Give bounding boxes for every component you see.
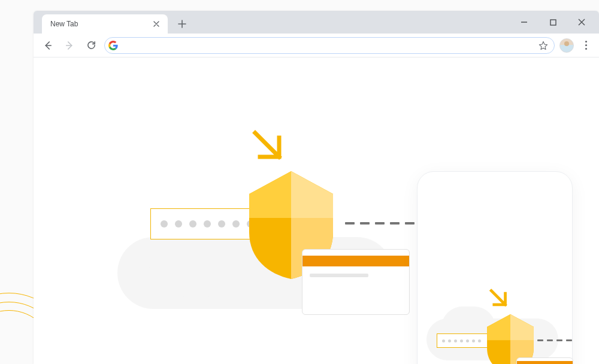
shield-icon [480, 311, 540, 364]
page-content [34, 57, 599, 364]
forward-button[interactable] [61, 37, 78, 54]
tab-new-tab[interactable]: New Tab [42, 14, 168, 34]
window-controls [516, 11, 595, 34]
url-input[interactable] [122, 41, 534, 50]
bookmark-star-icon[interactable] [537, 40, 549, 51]
arrow-down-right-icon [488, 289, 510, 311]
close-window-button[interactable] [574, 14, 589, 30]
profile-avatar[interactable] [559, 38, 574, 53]
minimize-button[interactable] [516, 14, 532, 30]
svg-rect-0 [550, 20, 556, 25]
menu-button[interactable] [579, 38, 593, 53]
google-icon [108, 41, 118, 50]
credit-card-graphic [302, 249, 410, 315]
connection-dashes [537, 339, 572, 341]
arrow-down-right-icon [250, 129, 286, 166]
browser-window: New Tab [34, 11, 599, 364]
reload-button[interactable] [83, 37, 99, 54]
tab-title: New Tab [50, 20, 151, 28]
new-tab-button[interactable] [174, 16, 190, 32]
maximize-button[interactable] [545, 14, 561, 30]
connection-dashes [345, 222, 415, 225]
phone-frame [417, 171, 573, 364]
close-tab-icon[interactable] [151, 19, 162, 29]
tab-strip: New Tab [34, 11, 599, 34]
toolbar [34, 34, 599, 57]
back-button[interactable] [40, 37, 56, 54]
credit-card-graphic [516, 357, 573, 364]
address-bar[interactable] [104, 37, 555, 54]
